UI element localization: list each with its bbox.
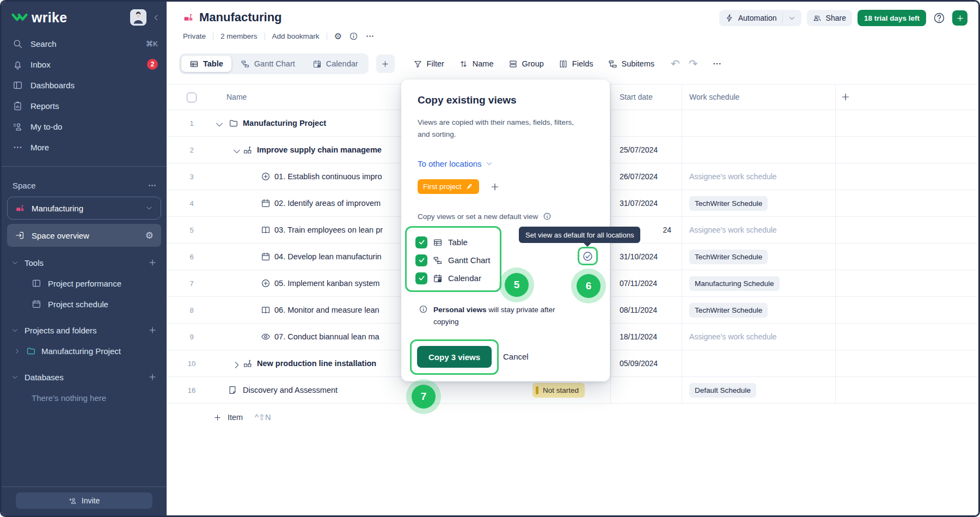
sidebar-group-projects-and-folders[interactable]: Projects and folders — [2, 320, 167, 340]
space-selector[interactable]: Manufacturing — [7, 197, 161, 220]
sidebar-group-tools[interactable]: Tools — [2, 252, 167, 273]
start-date-cell[interactable]: 07/11/2024 — [620, 279, 671, 288]
chevron-down-icon[interactable] — [215, 120, 224, 130]
status-cell[interactable]: Not started — [532, 383, 585, 398]
task-name[interactable]: Improve supply chain manageme — [257, 145, 382, 154]
chevron-right-icon[interactable] — [232, 360, 242, 370]
start-date-cell[interactable]: 31/07/2024 — [620, 199, 671, 208]
more-options-icon[interactable] — [365, 32, 375, 41]
cancel-button[interactable]: Cancel — [503, 352, 529, 361]
select-all-checkbox[interactable] — [187, 93, 197, 102]
space-settings-gear-icon[interactable]: ⚙ — [145, 230, 154, 241]
first-project-tag[interactable]: First project — [418, 179, 479, 194]
undo-icon[interactable]: ↶ — [671, 58, 680, 69]
add-project-plus-icon[interactable] — [148, 326, 157, 334]
task-name[interactable]: 05. Implement kanban system — [274, 279, 379, 288]
global-add-button[interactable] — [952, 10, 967, 26]
schedule-chip[interactable]: Default Schedule — [689, 383, 756, 398]
sidebar-item-dashboards[interactable]: Dashboards — [2, 75, 167, 95]
chevron-down-icon[interactable] — [232, 147, 242, 156]
start-date-cell[interactable]: 26/07/2024 — [620, 172, 671, 181]
add-item-label[interactable]: Item — [228, 413, 243, 422]
sidebar-item-manufacturing-project[interactable]: Manufacturing Project — [2, 340, 167, 361]
work-schedule-cell[interactable]: Default Schedule — [689, 383, 756, 398]
column-header-name[interactable]: Name — [226, 93, 247, 101]
sidebar-item-inbox[interactable]: Inbox 2 — [2, 54, 167, 75]
space-options-icon[interactable] — [148, 181, 157, 190]
start-date-cell[interactable]: 18/11/2024 — [620, 332, 671, 341]
start-date-cell[interactable]: 25/07/2024 — [620, 145, 671, 154]
work-schedule-cell[interactable]: TechWriter Schedule — [689, 196, 768, 211]
add-column-plus-icon[interactable] — [841, 92, 850, 102]
info-icon[interactable] — [543, 212, 552, 221]
schedule-chip[interactable]: TechWriter Schedule — [689, 303, 768, 318]
task-name[interactable]: New production line installation — [257, 359, 376, 368]
copy-views-button[interactable]: Copy 3 views — [417, 346, 492, 368]
task-name[interactable]: 04. Develop lean manufacturin — [274, 252, 382, 261]
work-schedule-cell[interactable]: TechWriter Schedule — [689, 303, 768, 318]
members-label[interactable]: 2 members — [220, 32, 258, 40]
sidebar-item-space-overview[interactable]: Space overview ⚙ — [7, 224, 161, 247]
view-option-table[interactable]: Table — [415, 233, 500, 251]
schedule-chip[interactable]: TechWriter Schedule — [689, 250, 768, 264]
status-badge[interactable]: Not started — [532, 383, 585, 398]
checkbox-checked[interactable] — [415, 236, 427, 248]
sidebar-item-reports[interactable]: Reports — [2, 95, 167, 116]
sort-button[interactable]: Name — [459, 59, 494, 69]
column-header-start-date[interactable]: Start date — [620, 93, 653, 101]
set-default-view-toggle[interactable] — [578, 247, 598, 265]
subitems-button[interactable]: Subitems — [608, 59, 654, 69]
sidebar-item-search[interactable]: Search ⌘K — [2, 33, 167, 54]
group-button[interactable]: Group — [509, 59, 544, 69]
add-item-row[interactable]: Item ^⇧N — [167, 404, 978, 432]
schedule-chip[interactable]: TechWriter Schedule — [689, 196, 768, 211]
toolbar-more-icon[interactable] — [712, 59, 722, 69]
space-settings-gear-icon[interactable]: ⚙ — [334, 31, 342, 41]
sidebar-item-project-performance[interactable]: Project performance — [2, 273, 167, 294]
work-schedule-cell[interactable]: Manufacturing Schedule — [689, 276, 780, 291]
invite-button[interactable]: Invite — [16, 492, 152, 509]
add-view-button[interactable] — [376, 54, 395, 73]
checkbox-checked[interactable] — [415, 254, 427, 266]
add-bookmark-link[interactable]: Add bookmark — [272, 32, 320, 40]
schedule-chip[interactable]: Manufacturing Schedule — [689, 276, 780, 291]
help-button[interactable] — [932, 10, 947, 26]
start-date-cell[interactable]: 31/10/2024 — [620, 252, 671, 261]
sidebar-collapse-icon[interactable] — [152, 14, 160, 22]
chevron-down-icon[interactable] — [788, 15, 795, 22]
redo-icon[interactable]: ↷ — [689, 58, 698, 69]
plus-icon[interactable] — [213, 413, 222, 422]
sidebar-item-project-schedule[interactable]: Project schedule — [2, 294, 167, 314]
to-other-locations-link[interactable]: To other locations — [418, 159, 493, 168]
task-name[interactable]: 06. Monitor and measure lean — [274, 306, 379, 314]
add-tool-plus-icon[interactable] — [148, 258, 157, 267]
work-schedule-cell[interactable]: Assignee's work schedule — [689, 332, 777, 341]
fields-button[interactable]: Fields — [559, 59, 593, 69]
sidebar-item-more[interactable]: More — [2, 137, 167, 157]
task-name[interactable]: 01. Establish continuous impro — [274, 172, 382, 181]
view-option-gantt-chart[interactable]: Gantt Chart — [415, 251, 500, 269]
task-name[interactable]: 02. Identify areas of improvem — [274, 199, 381, 208]
privacy-label[interactable]: Private — [183, 32, 206, 40]
tab-table[interactable]: Table — [181, 56, 231, 72]
user-avatar[interactable] — [130, 9, 146, 26]
task-name[interactable]: 07. Conduct biannual lean ma — [274, 332, 379, 341]
sidebar-item-my-todo[interactable]: My to-do — [2, 116, 167, 137]
filter-button[interactable]: Filter — [413, 59, 444, 69]
task-name[interactable]: Manufacturing Project — [243, 119, 326, 127]
info-icon[interactable] — [349, 32, 358, 41]
work-schedule-cell[interactable]: Assignee's work schedule — [689, 172, 777, 181]
task-name[interactable]: Discovery and Assessment — [243, 386, 338, 394]
work-schedule-cell[interactable]: TechWriter Schedule — [689, 250, 768, 264]
start-date-cell[interactable]: 05/09/2024 — [620, 359, 671, 368]
task-name[interactable]: 03. Train employees on lean pr — [274, 226, 383, 234]
work-schedule-cell[interactable]: Assignee's work schedule — [689, 226, 777, 234]
trial-days-badge[interactable]: 18 trial days left — [857, 10, 926, 26]
column-header-work-schedule[interactable]: Work schedule — [689, 93, 739, 101]
sidebar-group-databases[interactable]: Databases — [2, 367, 167, 387]
add-database-plus-icon[interactable] — [148, 373, 157, 381]
tab-calendar[interactable]: Calendar — [304, 56, 366, 72]
share-button[interactable]: Share — [807, 10, 852, 26]
view-option-calendar[interactable]: Calendar — [415, 269, 500, 287]
automation-button[interactable]: Automation — [719, 10, 801, 26]
